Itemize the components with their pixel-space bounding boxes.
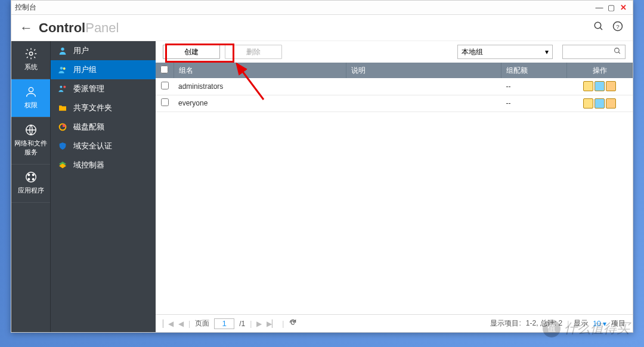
svg-point-4 — [29, 52, 33, 55]
edit-icon[interactable] — [583, 98, 593, 109]
perms-icon[interactable] — [606, 81, 616, 91]
refresh-icon — [289, 318, 297, 327]
svg-point-16 — [63, 86, 66, 88]
chevron-down-icon: ▾ — [545, 48, 549, 56]
svg-point-12 — [61, 48, 64, 51]
cell-desc — [346, 95, 501, 111]
apps-icon — [24, 171, 38, 184]
first-page-button[interactable]: ▏◀ — [163, 320, 174, 328]
perms-icon[interactable] — [606, 98, 616, 109]
watermark: 值 什么值得买 — [543, 320, 630, 337]
svg-point-0 — [595, 22, 601, 29]
svg-point-18 — [615, 48, 620, 53]
folder-icon — [58, 103, 67, 113]
svg-point-14 — [63, 67, 66, 70]
sidebar-item-quota[interactable]: 磁盘配额 — [51, 117, 156, 137]
sidebar-item-users[interactable]: 用户 — [51, 41, 156, 60]
page-title: ControlPanel — [39, 20, 119, 36]
col-quota[interactable]: 组配额 — [501, 63, 567, 78]
user-icon — [24, 85, 38, 98]
col-name[interactable]: 组名 — [174, 63, 346, 78]
cell-desc — [346, 78, 501, 95]
delegation-icon — [58, 84, 67, 94]
prev-page-button[interactable]: ◀ — [178, 320, 184, 328]
cell-quota: -- — [501, 95, 567, 111]
quota-icon — [58, 122, 67, 132]
gear-icon — [24, 47, 38, 60]
table-row[interactable]: administrators-- — [156, 78, 633, 95]
nav-rail: 系统 权限 网络和文件服务 应用程序 — [11, 41, 51, 332]
svg-point-5 — [29, 88, 33, 92]
page-input[interactable] — [214, 318, 234, 329]
toolbar: 创建 删除 本地组 ▾ — [156, 41, 633, 63]
sidebar-item-domain-controller[interactable]: 域控制器 — [51, 156, 156, 175]
main-content: 创建 删除 本地组 ▾ 组 — [156, 41, 633, 332]
search-input[interactable] — [566, 48, 608, 56]
cell-name: administrators — [174, 78, 346, 95]
sidebar: 用户 用户组 委派管理 共享文件夹 磁盘配额 域安全认证 — [51, 41, 156, 332]
svg-point-13 — [60, 67, 63, 70]
members-icon[interactable] — [595, 98, 605, 109]
people-icon — [58, 65, 67, 75]
controller-icon — [58, 160, 67, 170]
maximize-button[interactable]: ▢ — [605, 3, 617, 12]
person-icon — [58, 46, 67, 55]
groups-table: 组名 说明 组配额 操作 administrators--everyone-- — [156, 63, 633, 112]
row-checkbox[interactable] — [161, 98, 169, 106]
delete-button[interactable]: 删除 — [225, 45, 282, 59]
svg-text:?: ? — [616, 23, 620, 30]
svg-point-7 — [26, 172, 36, 182]
scope-select[interactable]: 本地组 ▾ — [457, 45, 553, 59]
cell-quota: -- — [501, 78, 567, 95]
sidebar-item-shared-folders[interactable]: 共享文件夹 — [51, 98, 156, 117]
sidebar-item-domain-security[interactable]: 域安全认证 — [51, 137, 156, 156]
refresh-button[interactable] — [289, 318, 297, 329]
minimize-button[interactable]: — — [593, 3, 605, 12]
table-row[interactable]: everyone-- — [156, 95, 633, 111]
svg-point-10 — [27, 178, 29, 180]
help-icon[interactable]: ? — [612, 21, 623, 35]
sidebar-item-groups[interactable]: 用户组 — [51, 60, 156, 79]
search-icon[interactable] — [614, 47, 621, 57]
svg-line-19 — [618, 52, 620, 54]
select-all-checkbox[interactable] — [160, 66, 168, 73]
svg-point-9 — [32, 174, 34, 176]
close-button[interactable]: ✕ — [617, 3, 629, 12]
edit-icon[interactable] — [583, 81, 593, 91]
next-page-button[interactable]: ▶ — [256, 320, 262, 328]
search-icon[interactable] — [593, 21, 604, 35]
search-box[interactable] — [562, 45, 626, 59]
col-desc[interactable]: 说明 — [346, 63, 501, 78]
shield-icon — [58, 141, 67, 151]
header: ← ControlPanel ? — [11, 15, 633, 41]
cell-name: everyone — [174, 95, 346, 111]
globe-icon — [24, 123, 38, 137]
svg-point-15 — [60, 86, 62, 88]
svg-point-8 — [27, 174, 29, 176]
window-title: 控制台 — [15, 2, 36, 13]
table-area: 组名 说明 组配额 操作 administrators--everyone-- — [156, 63, 633, 314]
members-icon[interactable] — [595, 81, 605, 91]
svg-line-1 — [600, 27, 602, 30]
back-arrow-icon[interactable]: ← — [17, 20, 39, 36]
rail-item-apps[interactable]: 应用程序 — [11, 165, 50, 203]
rail-item-permissions[interactable]: 权限 — [11, 79, 50, 117]
titlebar: 控制台 — ▢ ✕ — [11, 1, 633, 15]
rail-item-system[interactable]: 系统 — [11, 41, 50, 79]
rail-item-network[interactable]: 网络和文件服务 — [11, 117, 50, 165]
last-page-button[interactable]: ▶▏ — [267, 320, 277, 328]
sidebar-item-delegation[interactable]: 委派管理 — [51, 79, 156, 98]
create-button[interactable]: 创建 — [163, 45, 220, 59]
row-checkbox[interactable] — [161, 82, 169, 89]
col-ops: 操作 — [567, 63, 633, 78]
svg-point-11 — [32, 178, 34, 180]
app-window: 控制台 — ▢ ✕ ← ControlPanel ? 系统 — [11, 0, 633, 333]
